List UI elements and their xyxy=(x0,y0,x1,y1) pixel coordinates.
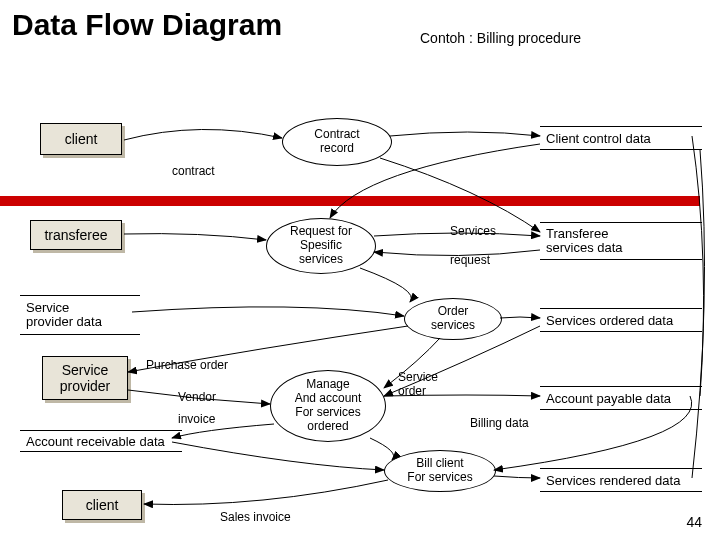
process-bill-client: Bill client For services xyxy=(384,450,496,492)
datastore-services-rendered: Services rendered data xyxy=(540,468,702,492)
datastore-account-receivable: Account receivable data xyxy=(20,430,182,452)
datastore-client-control: Client control data xyxy=(540,126,702,150)
entity-transferee: transferee xyxy=(30,220,122,250)
process-order-services: Order services xyxy=(404,298,502,340)
label-purchase-order: Purchase order xyxy=(146,358,228,372)
entity-client-bottom: client xyxy=(62,490,142,520)
datastore-service-provider-data: Service provider data xyxy=(20,295,140,335)
label-service-order: Service order xyxy=(398,370,438,398)
datastore-account-payable: Account payable data xyxy=(540,386,702,410)
label-contract: contract xyxy=(172,164,215,178)
diagram-title: Data Flow Diagram xyxy=(12,8,282,42)
entity-service-provider: Service provider xyxy=(42,356,128,400)
process-contract-record: Contract record xyxy=(282,118,392,166)
label-billing-data: Billing data xyxy=(470,416,529,430)
process-request-services: Request for Spesific services xyxy=(266,218,376,274)
label-services: Services xyxy=(450,224,496,238)
diagram-subtitle: Contoh : Billing procedure xyxy=(420,30,581,46)
page-number: 44 xyxy=(686,514,702,530)
datastore-transferee-services: Transferee services data xyxy=(540,222,702,260)
flow-arrows xyxy=(0,0,720,540)
label-vendor: Vendor xyxy=(178,390,216,404)
separator-bar xyxy=(0,196,700,206)
datastore-services-ordered: Services ordered data xyxy=(540,308,702,332)
label-request: request xyxy=(450,253,490,267)
process-manage-account: Manage And account For services ordered xyxy=(270,370,386,442)
entity-client-top: client xyxy=(40,123,122,155)
label-invoice: invoice xyxy=(178,412,215,426)
label-sales-invoice: Sales invoice xyxy=(220,510,291,524)
